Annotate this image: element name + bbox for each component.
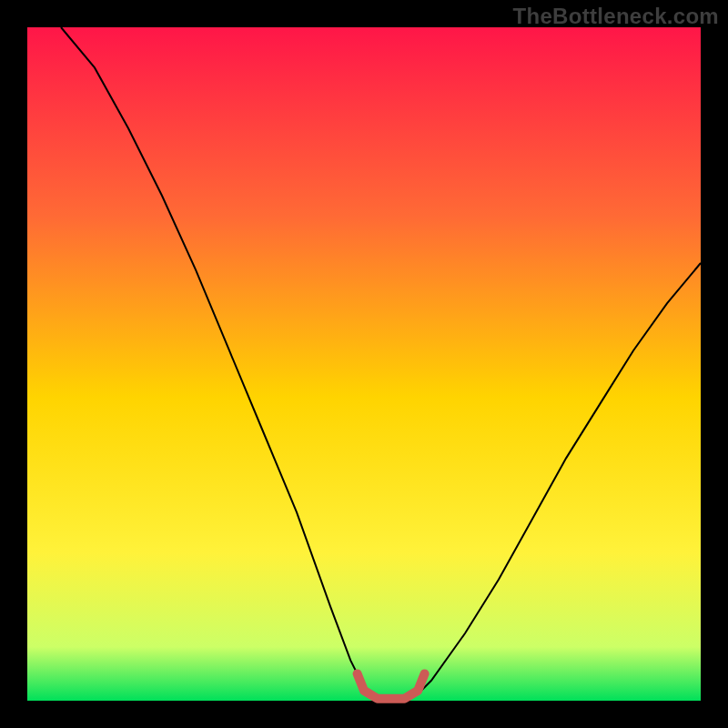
watermark-text: TheBottleneck.com — [513, 4, 719, 29]
chart-frame: TheBottleneck.com — [0, 0, 728, 728]
bottleneck-chart — [0, 0, 728, 728]
